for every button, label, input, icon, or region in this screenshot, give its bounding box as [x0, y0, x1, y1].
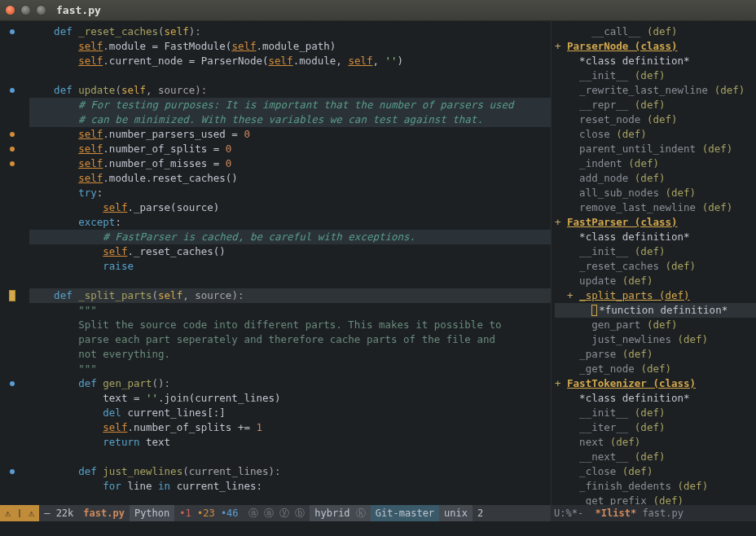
code-line[interactable]: self.number_of_splits = 0: [29, 142, 551, 156]
git-branch[interactable]: Git-master: [371, 505, 439, 521]
outline-item[interactable]: __repr__ (def): [555, 98, 756, 112]
code-line[interactable]: self.number_of_misses = 0: [29, 156, 551, 171]
outline-item[interactable]: all_sub_nodes (def): [555, 186, 756, 200]
window-titlebar: fast.py: [0, 0, 756, 21]
code-line[interactable]: self.number_parsers_used = 0: [29, 127, 551, 142]
code-line[interactable]: self.number_of_splits += 1: [29, 420, 551, 435]
code-line[interactable]: return text: [29, 435, 551, 450]
gutter-row: [0, 142, 24, 156]
outline-item[interactable]: + _split_parts (def): [555, 288, 756, 303]
code-line[interactable]: self.module.reset_caches(): [29, 171, 551, 186]
gutter-row: [0, 303, 24, 318]
outline-item[interactable]: _get_prefix (def): [555, 494, 756, 505]
outline-item[interactable]: _parse (def): [555, 347, 756, 362]
minimize-icon[interactable]: [20, 5, 31, 15]
outline-item[interactable]: __call__ (def): [555, 24, 756, 39]
code-line[interactable]: text = ''.join(current_lines): [29, 391, 551, 406]
outline-item[interactable]: _rewrite_last_newline (def): [555, 83, 756, 98]
outline-item[interactable]: update (def): [555, 274, 756, 288]
modeline-left: ⚠ ❘ ⚠ – 22k fast.py Python •1 •23 •46 ⓐ …: [0, 505, 551, 521]
code-line[interactable]: self.module = FastModule(self.module_pat…: [29, 39, 551, 54]
editor-pane[interactable]: def _reset_caches(self): self.module = F…: [0, 21, 551, 505]
outline-item[interactable]: + ParserNode (class): [555, 39, 756, 54]
flycheck-counts: •1 •23 •46: [174, 505, 243, 521]
gutter-row: [0, 391, 24, 406]
gutter-row: [0, 98, 24, 112]
input-method[interactable]: hybrid ⓚ: [310, 505, 371, 521]
code-line[interactable]: [29, 274, 551, 288]
code-line[interactable]: [29, 450, 551, 464]
code-line[interactable]: def just_newlines(current_lines):: [29, 464, 551, 479]
outline-item[interactable]: _reset_caches (def): [555, 259, 756, 274]
gutter-row: [0, 479, 24, 494]
code-line[interactable]: del current_lines[:]: [29, 406, 551, 420]
gutter-row: [0, 376, 24, 391]
gutter-row: [0, 288, 24, 303]
window-controls: [5, 5, 46, 15]
outline-item[interactable]: *class definition*: [555, 230, 756, 244]
warning-icon: ⚠ ❘ ⚠: [0, 505, 39, 521]
editor-code[interactable]: def _reset_caches(self): self.module = F…: [24, 21, 551, 505]
code-line[interactable]: """: [29, 362, 551, 376]
outline-item[interactable]: + FastTokenizer (class): [555, 376, 756, 391]
code-line[interactable]: self.current_node = ParserNode(self.modu…: [29, 54, 551, 68]
gutter-row: [0, 420, 24, 435]
gutter-row: [0, 259, 24, 274]
close-icon[interactable]: [5, 5, 15, 15]
outline-item[interactable]: __iter__ (def): [555, 420, 756, 435]
outline-item[interactable]: *class definition*: [555, 391, 756, 406]
outline-item[interactable]: _get_node (def): [555, 362, 756, 376]
code-line[interactable]: [29, 68, 551, 83]
code-line[interactable]: def _split_parts(self, source):: [29, 288, 551, 303]
editor-gutter: [0, 21, 24, 505]
maximize-icon[interactable]: [36, 5, 46, 15]
outline-item[interactable]: *class definition*: [555, 54, 756, 68]
minibuffer[interactable]: [0, 521, 756, 536]
code-line[interactable]: for line in current_lines:: [29, 479, 551, 494]
code-line[interactable]: except:: [29, 215, 551, 230]
code-line[interactable]: parse each part seperately and therefore…: [29, 332, 551, 347]
code-line[interactable]: Split the source code into different par…: [29, 318, 551, 332]
code-line[interactable]: def gen_part():: [29, 376, 551, 391]
code-line[interactable]: def update(self, source):: [29, 83, 551, 98]
modeline-filename: fast.py: [78, 505, 130, 521]
outline-item[interactable]: __init__ (def): [555, 406, 756, 420]
gutter-row: [0, 200, 24, 215]
code-line[interactable]: raise: [29, 259, 551, 274]
outline-item[interactable]: reset_node (def): [555, 112, 756, 127]
outline-item[interactable]: __next__ (def): [555, 450, 756, 464]
modeline-major-mode[interactable]: Python: [130, 505, 174, 521]
outline-item[interactable]: parent_until_indent (def): [555, 142, 756, 156]
code-line[interactable]: not everything.: [29, 347, 551, 362]
code-line[interactable]: """: [29, 303, 551, 318]
gutter-row: [0, 318, 24, 332]
code-line[interactable]: # For testing purposes: It is important …: [29, 98, 551, 112]
modeline-right-prefix: U:%*-: [554, 507, 583, 519]
modeline-size: – 22k: [39, 505, 78, 521]
gutter-row: [0, 406, 24, 420]
code-line[interactable]: def _reset_caches(self):: [29, 24, 551, 39]
gutter-row: [0, 347, 24, 362]
outline-item[interactable]: *function definition*: [555, 303, 756, 318]
modeline-right: U:%*- *Ilist* fast.py: [551, 505, 756, 521]
outline-item[interactable]: __init__ (def): [555, 244, 756, 259]
code-line[interactable]: # can be minimized. With these variables…: [29, 112, 551, 127]
outline-item[interactable]: gen_part (def): [555, 318, 756, 332]
code-line[interactable]: self._reset_caches(): [29, 244, 551, 259]
outline-item[interactable]: just_newlines (def): [555, 332, 756, 347]
code-line[interactable]: self._parse(source): [29, 200, 551, 215]
coding-system: unix: [439, 505, 472, 521]
outline-item[interactable]: __init__ (def): [555, 68, 756, 83]
outline-item[interactable]: + FastParser (class): [555, 215, 756, 230]
outline-item[interactable]: close (def): [555, 127, 756, 142]
outline-item[interactable]: _indent (def): [555, 156, 756, 171]
outline-item[interactable]: _finish_dedents (def): [555, 479, 756, 494]
outline-item[interactable]: next (def): [555, 435, 756, 450]
outline-item[interactable]: remove_last_newline (def): [555, 200, 756, 215]
outline-pane[interactable]: __call__ (def)+ ParserNode (class) *clas…: [551, 21, 756, 505]
modeline: ⚠ ❘ ⚠ – 22k fast.py Python •1 •23 •46 ⓐ …: [0, 505, 756, 521]
outline-item[interactable]: add_node (def): [555, 171, 756, 186]
code-line[interactable]: # FastParser is cached, be careful with …: [29, 230, 551, 244]
code-line[interactable]: try:: [29, 186, 551, 200]
outline-item[interactable]: _close (def): [555, 464, 756, 479]
